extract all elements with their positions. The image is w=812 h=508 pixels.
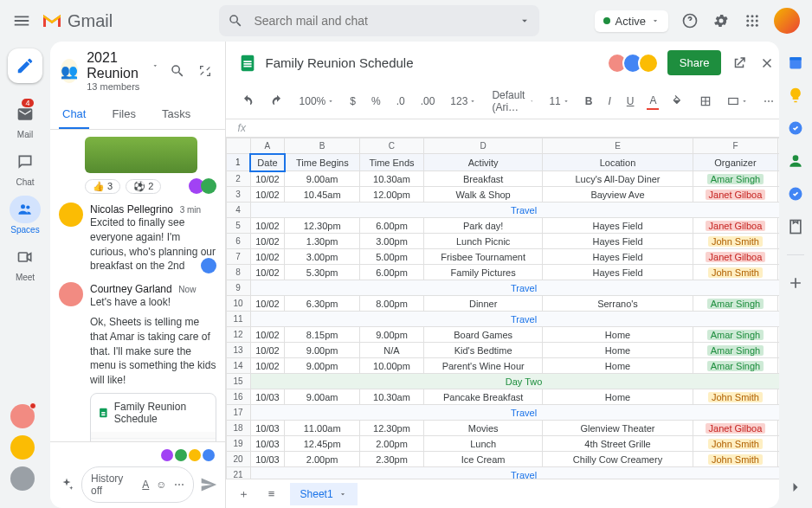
message-author: Nicolas Pellegrino <box>90 203 173 215</box>
currency-button[interactable]: $ <box>347 93 358 109</box>
message-author: Courtney Garland <box>90 283 172 295</box>
format-button[interactable]: A <box>142 479 149 491</box>
svg-point-11 <box>26 205 29 209</box>
collapse-button[interactable] <box>196 61 215 80</box>
search-icon <box>228 13 243 29</box>
formula-bar[interactable]: fx <box>226 119 779 138</box>
undo-button[interactable] <box>238 93 257 110</box>
emoji-button[interactable]: ☺ <box>156 479 166 491</box>
fontsize-select[interactable]: 11 <box>546 93 571 109</box>
status-dot-icon <box>603 17 610 24</box>
svg-point-5 <box>751 20 754 23</box>
chevron-down-icon[interactable] <box>151 61 159 71</box>
dec-increase-button[interactable]: .00 <box>418 93 438 109</box>
user-avatar <box>59 282 83 306</box>
chat-footer: History off A ☺ ⋯ <box>50 441 225 508</box>
svg-point-8 <box>751 24 754 27</box>
ai-suggest-button[interactable] <box>57 475 76 494</box>
message-time: 3 min <box>180 205 201 215</box>
sheet-tab[interactable]: Sheet1 <box>290 483 358 505</box>
nav-meet[interactable]: Meet <box>10 240 41 286</box>
keep-addon[interactable] <box>787 87 804 104</box>
more-toolbar-button[interactable]: ⋯ <box>761 93 777 109</box>
spreadsheet-grid[interactable]: ABCDEFG1DateTime BeginsTime EndsActivity… <box>226 138 779 479</box>
get-addons-button[interactable] <box>787 274 804 292</box>
fill-color-button[interactable] <box>669 93 686 109</box>
svg-point-2 <box>751 15 754 17</box>
topbar: Gmail Active <box>0 0 812 42</box>
share-button[interactable]: Share <box>667 50 722 75</box>
svg-point-4 <box>746 20 749 23</box>
nav-chat[interactable]: Chat <box>10 145 41 190</box>
tab-files[interactable]: Files <box>108 100 139 129</box>
addon[interactable] <box>787 185 804 203</box>
open-new-tab-button[interactable] <box>730 54 749 73</box>
support-button[interactable] <box>680 11 699 30</box>
compose-button[interactable] <box>8 48 42 83</box>
bubble-avatar[interactable] <box>10 404 35 428</box>
sheet-title: Family Reunion Schedule <box>266 55 414 70</box>
status-label: Active <box>615 15 646 28</box>
message-input[interactable]: History off A ☺ ⋯ <box>81 466 194 503</box>
gmail-logo[interactable]: Gmail <box>42 11 113 31</box>
settings-button[interactable] <box>712 11 731 30</box>
mail-badge: 4 <box>22 99 34 107</box>
underline-button[interactable]: U <box>624 93 637 109</box>
sheet-header: Family Reunion Schedule Share <box>226 42 779 84</box>
add-sheet-button[interactable]: ＋ <box>235 485 254 504</box>
search-box[interactable] <box>219 5 539 36</box>
reaction-chip[interactable]: ⚽2 <box>126 179 161 194</box>
collaborator-avatars[interactable] <box>612 53 659 74</box>
bubble-avatar[interactable] <box>10 466 35 491</box>
bubble-avatar[interactable] <box>10 435 35 460</box>
main-menu-button[interactable] <box>12 11 31 30</box>
svg-point-7 <box>746 24 749 27</box>
search-input[interactable] <box>254 14 508 28</box>
message-text: Excited to finally see everyone again! I… <box>90 215 216 273</box>
borders-button[interactable] <box>697 93 714 109</box>
image-attachment[interactable] <box>85 137 197 173</box>
nav-mail[interactable]: 4 Mail <box>10 97 41 143</box>
tasks-addon[interactable] <box>787 119 804 137</box>
reactions: 👍3 ⚽2 <box>85 178 216 194</box>
tab-tasks[interactable]: Tasks <box>158 100 194 129</box>
font-select[interactable]: Default (Ari… <box>489 87 536 115</box>
zoom-select[interactable]: 100% <box>297 93 338 109</box>
apps-button[interactable] <box>743 11 762 30</box>
nav-spaces[interactable]: Spaces <box>10 192 41 238</box>
all-sheets-button[interactable]: ≡ <box>262 485 281 504</box>
italic-button[interactable]: I <box>605 93 613 109</box>
hide-panel-button[interactable] <box>787 479 804 496</box>
send-button[interactable] <box>199 475 218 494</box>
bold-button[interactable]: B <box>583 93 596 109</box>
card-preview <box>91 432 216 441</box>
bottom-avatars <box>10 404 35 491</box>
svg-point-1 <box>746 15 749 17</box>
calendar-addon[interactable] <box>787 54 804 71</box>
dec-decrease-button[interactable]: .0 <box>394 93 408 109</box>
status-chip[interactable]: Active <box>595 10 668 32</box>
search-options-button[interactable] <box>519 15 531 27</box>
reaction-chip[interactable]: 👍3 <box>85 179 120 194</box>
account-avatar[interactable] <box>774 8 800 34</box>
format-select[interactable]: 123 <box>448 93 479 109</box>
chat-header: 👥 2021 Reunion 13 members <box>50 42 225 100</box>
tab-chat[interactable]: Chat <box>59 100 89 129</box>
message: Nicolas Pellegrino 3 min Excited to fina… <box>59 203 216 273</box>
close-button[interactable] <box>757 54 777 73</box>
card-title: Family Reunion Schedule <box>114 401 209 425</box>
nav-chat-label: Chat <box>16 177 34 187</box>
text-color-button[interactable]: A <box>647 93 659 110</box>
toolbar: 100% $ % .0 .00 123 Default (Ari… 11 B I… <box>226 84 779 119</box>
percent-button[interactable]: % <box>369 93 383 109</box>
redo-button[interactable] <box>267 93 287 110</box>
more-button[interactable]: ⋯ <box>174 479 184 491</box>
contacts-addon[interactable] <box>787 152 804 170</box>
addon[interactable] <box>787 218 804 235</box>
merge-button[interactable] <box>725 93 751 109</box>
svg-rect-18 <box>789 57 801 60</box>
svg-rect-12 <box>19 253 28 261</box>
chat-tabs: Chat Files Tasks <box>50 100 225 130</box>
sheets-card[interactable]: Family Reunion Schedule 8 changes since … <box>90 393 216 441</box>
search-in-space-button[interactable] <box>168 61 187 80</box>
